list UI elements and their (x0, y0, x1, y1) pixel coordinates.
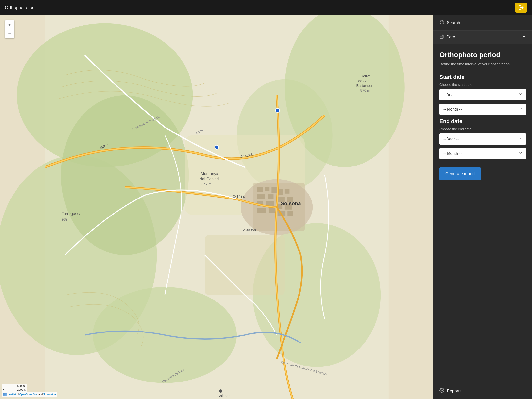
map-zoom-controls: + − (5, 20, 14, 38)
start-year-wrap: -- Year -- 20242023202220212020 20192018… (439, 89, 526, 100)
start-date-title: Start date (439, 74, 526, 80)
zoom-out-button[interactable]: − (5, 29, 14, 38)
scale-2000ft-label: 2000 ft (17, 388, 26, 391)
svg-rect-14 (265, 187, 269, 191)
end-month-wrap: -- Month -- JanuaryFebruaryMarchApril Ma… (439, 148, 526, 159)
svg-rect-21 (285, 189, 289, 194)
start-month-select[interactable]: -- Month -- JanuaryFebruaryMarchApril Ma… (439, 104, 526, 115)
search-section[interactable]: Search (433, 15, 532, 31)
leaflet-link[interactable]: Leaflet (8, 393, 16, 396)
start-year-select[interactable]: -- Year -- 20242023202220212020 20192018… (439, 89, 526, 100)
svg-rect-29 (287, 211, 293, 216)
right-panel: Search 19 Date (433, 15, 532, 399)
svg-text:C-149a: C-149a (233, 194, 245, 198)
zoom-in-button[interactable]: + (5, 20, 14, 29)
map-scale: 500 m 2000 ft (2, 384, 27, 392)
svg-rect-26 (257, 208, 266, 213)
svg-rect-17 (268, 194, 274, 199)
end-date-section: End date Choose the end date: -- Year --… (439, 118, 526, 159)
svg-rect-10 (205, 235, 285, 295)
map-attribution: Leaflet | © OpenStreetMap and Nominatim (2, 392, 57, 397)
reports-gear-icon (439, 388, 444, 394)
map-canvas[interactable]: Solsona Torregassa 939 m Muntanya del Ca… (0, 15, 433, 399)
end-year-wrap: -- Year -- 20242023202220212020 20192018… (439, 133, 526, 145)
date-section-header[interactable]: 19 Date (433, 31, 532, 44)
svg-point-50 (276, 108, 280, 112)
svg-text:Solsona: Solsona (281, 200, 301, 206)
reports-label: Reports (447, 389, 462, 394)
svg-text:del Calvari: del Calvari (200, 177, 219, 181)
svg-text:Bartomeu: Bartomeu (356, 84, 372, 88)
svg-text:LV-3005b: LV-3005b (241, 228, 256, 232)
svg-text:Muntanya: Muntanya (201, 171, 218, 176)
end-date-title: End date (439, 118, 526, 125)
svg-point-51 (215, 145, 219, 149)
svg-text:939 m: 939 m (62, 217, 72, 221)
header: Orthophoto tool (0, 0, 532, 15)
start-month-wrap: -- Month -- JanuaryFebruaryMarchApril Ma… (439, 104, 526, 115)
start-date-label: Choose the start date: (439, 83, 526, 87)
svg-text:de Sant-: de Sant- (358, 79, 372, 83)
scale-500m-label: 500 m (17, 384, 25, 387)
svg-point-7 (61, 95, 189, 255)
end-year-select[interactable]: -- Year -- 20242023202220212020 20192018… (439, 133, 526, 145)
map-area: Solsona Torregassa 939 m Muntanya del Ca… (0, 15, 433, 399)
svg-text:Torregassa: Torregassa (62, 211, 82, 216)
exit-button[interactable] (515, 3, 527, 13)
svg-text:847 m: 847 m (201, 182, 212, 186)
period-title: Orthophoto period (439, 51, 526, 59)
generate-report-button[interactable]: Generate report (439, 167, 481, 180)
svg-rect-27 (269, 208, 275, 213)
end-date-label: Choose the end date: (439, 127, 526, 131)
end-month-select[interactable]: -- Month -- JanuaryFebruaryMarchApril Ma… (439, 148, 526, 159)
svg-point-48 (219, 389, 222, 393)
attribution-separator: | © (16, 393, 19, 396)
date-chevron-icon (522, 34, 526, 40)
period-description: Define the time interval of your observa… (439, 61, 526, 67)
app-title: Orthophoto tool (5, 5, 35, 10)
search-icon (439, 20, 444, 26)
calendar-icon: 19 (439, 34, 444, 40)
svg-rect-13 (257, 187, 263, 192)
main-layout: Solsona Torregassa 939 m Muntanya del Ca… (0, 15, 532, 399)
attribution-and: and (38, 393, 43, 396)
svg-text:Serrat: Serrat (361, 74, 370, 78)
svg-rect-16 (257, 194, 265, 199)
svg-text:Solsona: Solsona (217, 394, 231, 398)
date-content: Orthophoto period Define the time interv… (433, 44, 532, 383)
svg-point-59 (441, 390, 443, 391)
nominatim-link[interactable]: Nominatim (43, 393, 56, 396)
svg-text:19: 19 (441, 37, 443, 38)
date-label: Date (446, 35, 455, 40)
svg-text:870 m: 870 m (360, 88, 370, 92)
svg-rect-19 (266, 201, 274, 206)
reports-section[interactable]: Reports (433, 383, 532, 399)
osm-link[interactable]: OpenStreetMap (19, 393, 38, 396)
search-label: Search (447, 20, 460, 25)
